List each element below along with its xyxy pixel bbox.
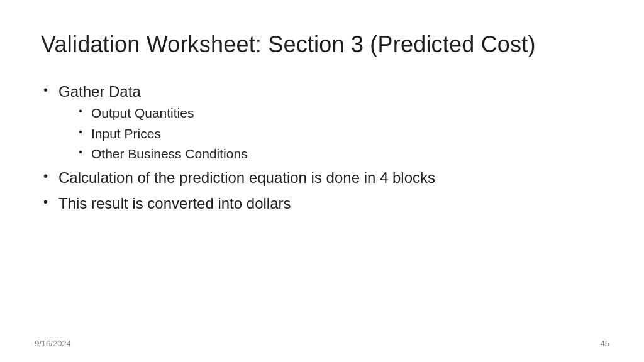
- slide: Validation Worksheet: Section 3 (Predict…: [0, 0, 644, 362]
- footer-date: 9/16/2024: [35, 339, 71, 348]
- sub-bullet-list: Output Quantities Input Prices Other Bus…: [58, 104, 603, 163]
- sub-bullet-item: Input Prices: [76, 125, 603, 143]
- bullet-item: Gather Data Output Quantities Input Pric…: [41, 82, 603, 163]
- bullet-text: This result is converted into dollars: [58, 195, 291, 212]
- slide-title: Validation Worksheet: Section 3 (Predict…: [41, 31, 603, 58]
- sub-bullet-text: Input Prices: [91, 126, 161, 141]
- sub-bullet-item: Other Business Conditions: [76, 145, 603, 163]
- slide-body: Gather Data Output Quantities Input Pric…: [41, 82, 603, 214]
- sub-bullet-text: Output Quantities: [91, 106, 194, 120]
- bullet-text: Gather Data: [58, 83, 141, 100]
- footer-page-number: 45: [601, 339, 609, 348]
- bullet-list: Gather Data Output Quantities Input Pric…: [41, 82, 603, 214]
- sub-bullet-text: Other Business Conditions: [91, 146, 248, 161]
- bullet-item: This result is converted into dollars: [41, 194, 603, 214]
- bullet-text: Calculation of the prediction equation i…: [58, 169, 435, 186]
- sub-bullet-item: Output Quantities: [76, 104, 603, 122]
- bullet-item: Calculation of the prediction equation i…: [41, 168, 603, 188]
